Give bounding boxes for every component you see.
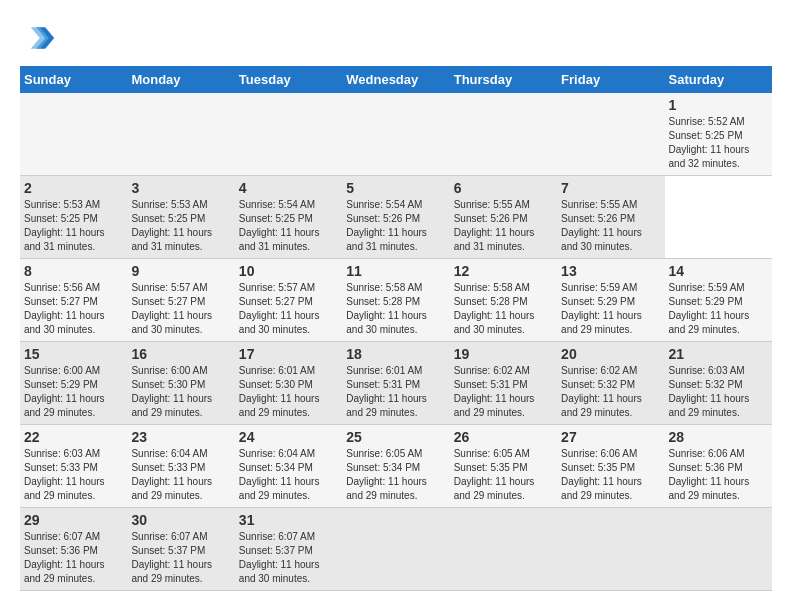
day-number: 13 xyxy=(561,263,660,279)
day-info: Sunrise: 5:55 AM Sunset: 5:26 PM Dayligh… xyxy=(454,198,553,254)
daylight: Daylight: 11 hours and 30 minutes. xyxy=(346,310,427,335)
day-number: 18 xyxy=(346,346,445,362)
page-header xyxy=(20,20,772,56)
sunrise: Sunrise: 6:06 AM xyxy=(669,448,745,459)
day-number: 30 xyxy=(131,512,230,528)
sunset: Sunset: 5:26 PM xyxy=(454,213,528,224)
logo-icon xyxy=(20,20,56,56)
calendar-header-row: SundayMondayTuesdayWednesdayThursdayFrid… xyxy=(20,66,772,93)
sunset: Sunset: 5:25 PM xyxy=(239,213,313,224)
sunset: Sunset: 5:31 PM xyxy=(346,379,420,390)
day-info: Sunrise: 6:04 AM Sunset: 5:34 PM Dayligh… xyxy=(239,447,338,503)
calendar-table: SundayMondayTuesdayWednesdayThursdayFrid… xyxy=(20,66,772,591)
logo xyxy=(20,20,60,56)
sunrise: Sunrise: 6:01 AM xyxy=(346,365,422,376)
day-info: Sunrise: 6:00 AM Sunset: 5:29 PM Dayligh… xyxy=(24,364,123,420)
sunrise: Sunrise: 5:53 AM xyxy=(24,199,100,210)
day-info: Sunrise: 6:07 AM Sunset: 5:37 PM Dayligh… xyxy=(131,530,230,586)
sunset: Sunset: 5:27 PM xyxy=(24,296,98,307)
day-info: Sunrise: 6:01 AM Sunset: 5:30 PM Dayligh… xyxy=(239,364,338,420)
day-number: 27 xyxy=(561,429,660,445)
sunrise: Sunrise: 5:54 AM xyxy=(239,199,315,210)
column-header-wednesday: Wednesday xyxy=(342,66,449,93)
day-number: 4 xyxy=(239,180,338,196)
day-number: 8 xyxy=(24,263,123,279)
sunset: Sunset: 5:25 PM xyxy=(131,213,205,224)
day-number: 29 xyxy=(24,512,123,528)
sunrise: Sunrise: 5:59 AM xyxy=(669,282,745,293)
calendar-cell xyxy=(557,508,664,591)
day-info: Sunrise: 5:57 AM Sunset: 5:27 PM Dayligh… xyxy=(239,281,338,337)
daylight: Daylight: 11 hours and 29 minutes. xyxy=(24,393,105,418)
sunset: Sunset: 5:25 PM xyxy=(24,213,98,224)
column-header-sunday: Sunday xyxy=(20,66,127,93)
daylight: Daylight: 11 hours and 30 minutes. xyxy=(561,227,642,252)
day-info: Sunrise: 6:02 AM Sunset: 5:31 PM Dayligh… xyxy=(454,364,553,420)
sunrise: Sunrise: 6:03 AM xyxy=(24,448,100,459)
day-info: Sunrise: 5:59 AM Sunset: 5:29 PM Dayligh… xyxy=(561,281,660,337)
day-number: 11 xyxy=(346,263,445,279)
sunset: Sunset: 5:37 PM xyxy=(131,545,205,556)
day-number: 19 xyxy=(454,346,553,362)
sunrise: Sunrise: 6:04 AM xyxy=(239,448,315,459)
day-number: 12 xyxy=(454,263,553,279)
day-info: Sunrise: 6:06 AM Sunset: 5:36 PM Dayligh… xyxy=(669,447,768,503)
day-info: Sunrise: 6:05 AM Sunset: 5:35 PM Dayligh… xyxy=(454,447,553,503)
day-number: 28 xyxy=(669,429,768,445)
day-number: 24 xyxy=(239,429,338,445)
day-info: Sunrise: 6:06 AM Sunset: 5:35 PM Dayligh… xyxy=(561,447,660,503)
sunset: Sunset: 5:27 PM xyxy=(131,296,205,307)
sunset: Sunset: 5:31 PM xyxy=(454,379,528,390)
sunset: Sunset: 5:28 PM xyxy=(454,296,528,307)
calendar-cell xyxy=(127,93,234,176)
sunrise: Sunrise: 5:56 AM xyxy=(24,282,100,293)
calendar-cell xyxy=(342,93,449,176)
day-info: Sunrise: 5:55 AM Sunset: 5:26 PM Dayligh… xyxy=(561,198,660,254)
day-number: 25 xyxy=(346,429,445,445)
calendar-cell: 16 Sunrise: 6:00 AM Sunset: 5:30 PM Dayl… xyxy=(127,342,234,425)
daylight: Daylight: 11 hours and 29 minutes. xyxy=(24,476,105,501)
daylight: Daylight: 11 hours and 31 minutes. xyxy=(239,227,320,252)
week-row-4: 15 Sunrise: 6:00 AM Sunset: 5:29 PM Dayl… xyxy=(20,342,772,425)
week-row-6: 29 Sunrise: 6:07 AM Sunset: 5:36 PM Dayl… xyxy=(20,508,772,591)
sunset: Sunset: 5:27 PM xyxy=(239,296,313,307)
sunrise: Sunrise: 6:05 AM xyxy=(454,448,530,459)
day-number: 23 xyxy=(131,429,230,445)
sunrise: Sunrise: 5:52 AM xyxy=(669,116,745,127)
daylight: Daylight: 11 hours and 29 minutes. xyxy=(346,393,427,418)
day-number: 10 xyxy=(239,263,338,279)
sunrise: Sunrise: 5:57 AM xyxy=(239,282,315,293)
daylight: Daylight: 11 hours and 30 minutes. xyxy=(239,310,320,335)
calendar-cell: 20 Sunrise: 6:02 AM Sunset: 5:32 PM Dayl… xyxy=(557,342,664,425)
sunset: Sunset: 5:28 PM xyxy=(346,296,420,307)
calendar-cell xyxy=(665,508,772,591)
sunrise: Sunrise: 5:58 AM xyxy=(454,282,530,293)
calendar-cell: 23 Sunrise: 6:04 AM Sunset: 5:33 PM Dayl… xyxy=(127,425,234,508)
calendar-cell: 7 Sunrise: 5:55 AM Sunset: 5:26 PM Dayli… xyxy=(557,176,664,259)
sunrise: Sunrise: 6:07 AM xyxy=(24,531,100,542)
column-header-thursday: Thursday xyxy=(450,66,557,93)
calendar-cell: 3 Sunrise: 5:53 AM Sunset: 5:25 PM Dayli… xyxy=(127,176,234,259)
calendar-cell: 25 Sunrise: 6:05 AM Sunset: 5:34 PM Dayl… xyxy=(342,425,449,508)
column-header-friday: Friday xyxy=(557,66,664,93)
day-number: 21 xyxy=(669,346,768,362)
day-number: 16 xyxy=(131,346,230,362)
day-number: 14 xyxy=(669,263,768,279)
week-row-3: 8 Sunrise: 5:56 AM Sunset: 5:27 PM Dayli… xyxy=(20,259,772,342)
sunrise: Sunrise: 6:03 AM xyxy=(669,365,745,376)
daylight: Daylight: 11 hours and 29 minutes. xyxy=(669,476,750,501)
week-row-1: 1 Sunrise: 5:52 AM Sunset: 5:25 PM Dayli… xyxy=(20,93,772,176)
calendar-cell: 26 Sunrise: 6:05 AM Sunset: 5:35 PM Dayl… xyxy=(450,425,557,508)
calendar-cell: 21 Sunrise: 6:03 AM Sunset: 5:32 PM Dayl… xyxy=(665,342,772,425)
column-header-saturday: Saturday xyxy=(665,66,772,93)
daylight: Daylight: 11 hours and 31 minutes. xyxy=(131,227,212,252)
week-row-5: 22 Sunrise: 6:03 AM Sunset: 5:33 PM Dayl… xyxy=(20,425,772,508)
day-info: Sunrise: 5:58 AM Sunset: 5:28 PM Dayligh… xyxy=(454,281,553,337)
calendar-cell: 30 Sunrise: 6:07 AM Sunset: 5:37 PM Dayl… xyxy=(127,508,234,591)
daylight: Daylight: 11 hours and 29 minutes. xyxy=(669,310,750,335)
day-info: Sunrise: 5:56 AM Sunset: 5:27 PM Dayligh… xyxy=(24,281,123,337)
daylight: Daylight: 11 hours and 29 minutes. xyxy=(131,393,212,418)
sunset: Sunset: 5:32 PM xyxy=(561,379,635,390)
sunset: Sunset: 5:35 PM xyxy=(561,462,635,473)
calendar-cell xyxy=(342,508,449,591)
